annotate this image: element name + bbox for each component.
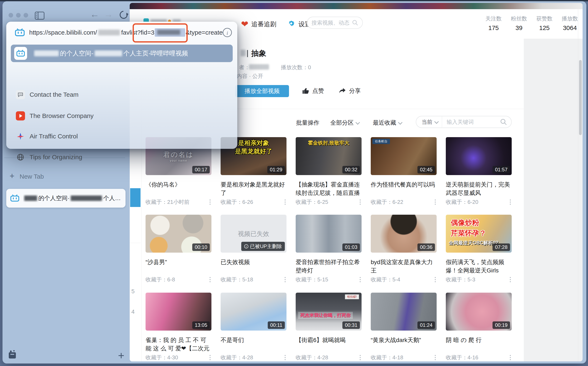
video-title[interactable]: 【街霸6】就喝就喝 xyxy=(296,336,362,344)
more-options-icon[interactable] xyxy=(435,199,437,205)
suggestion-top-hit[interactable]: 的个人空间- 个人主页-哔哩哔哩视频 xyxy=(11,45,233,62)
video-thumbnail[interactable]: 00:10 xyxy=(146,215,211,253)
video-thumbnail[interactable]: 偶像炒粉芹菜怀孕？全网最逆天GBC解析0207:28 xyxy=(446,215,512,253)
video-title[interactable]: “黄泉大战dark天鹅” xyxy=(371,336,437,344)
more-options-icon[interactable] xyxy=(360,355,362,360)
video-title[interactable]: 【抽象现场】霍金直播连续肘击汉尼拔，随后直播间被封 xyxy=(296,181,362,198)
more-options-icon[interactable] xyxy=(209,199,211,205)
video-card[interactable]: 13:05雀巢：我 的 员 工 不 可 能 这 么 可 爱❤【二次元爆改收藏于：… xyxy=(146,293,211,353)
video-title[interactable]: 要是相亲对象是黑龙就好了 xyxy=(221,181,286,197)
video-card[interactable]: 哈拉硕!死杰米我让你喝，打死你00:31【街霸6】就喝就喝收藏于：4-28 xyxy=(296,293,362,344)
new-tab-button[interactable]: New Tab xyxy=(20,173,44,180)
minimize-window-button[interactable] xyxy=(16,13,21,17)
video-card[interactable]: 01:57逆天萌新提前关门，完美武器尽显威风收藏于：6-20 xyxy=(446,137,512,197)
video-title[interactable]: 假药满天飞，笑点频频爆！全网最逆天Girls Band Cry解析 xyxy=(446,258,512,275)
bangumi-link[interactable]: 追番追剧 xyxy=(251,20,276,29)
category-dropdown[interactable]: 全部分区 xyxy=(330,119,359,127)
duration-badge: 01:24 xyxy=(418,321,435,329)
play-all-button[interactable]: 播放全部视频 xyxy=(235,85,289,97)
suggestion-browser-company[interactable]: The Browser Company xyxy=(16,110,94,122)
more-options-icon[interactable] xyxy=(510,199,512,205)
video-card[interactable]: 00:10“沙县男”收藏于：6-8 xyxy=(146,215,211,266)
video-card[interactable]: 01:03爱音拍素世拍祥子拍立希壁咚灯收藏于：5-15 xyxy=(296,215,362,275)
more-options-icon[interactable] xyxy=(209,355,211,360)
video-card[interactable]: 任务柜台02:45作为怪猎代餐真的可以吗收藏于：6-22 xyxy=(371,137,437,189)
saved-row: 收藏于：5-18 xyxy=(221,276,286,283)
video-card[interactable]: 00:36byd我这室友是真像大力王收藏于：5-4 xyxy=(371,215,437,275)
video-title[interactable]: 已失效视频 xyxy=(221,258,286,266)
video-card[interactable]: 00:11不是哥们收藏于：4-28 xyxy=(221,293,286,344)
scrollbar-track[interactable] xyxy=(578,9,578,361)
scrollbar-thumb[interactable] xyxy=(579,60,582,135)
saved-row: 收藏于：21小时前 xyxy=(146,198,211,206)
omnibox-url-row[interactable]: https://space.bilibili.com/ favlist?fid=… xyxy=(6,22,237,43)
video-thumbnail[interactable]: 01:24 xyxy=(371,293,437,331)
video-thumbnail[interactable]: 霍金铁肘,致敬牢大00:32 xyxy=(296,137,362,175)
search-icon[interactable] xyxy=(500,118,507,125)
video-card[interactable]: 01:24“黄泉大战dark天鹅”收藏于：4-18 xyxy=(371,293,437,344)
omnibox-dropdown: https://space.bilibili.com/ favlist?fid=… xyxy=(6,22,237,149)
video-title[interactable]: 阴 暗 の 爬 行 xyxy=(446,336,512,344)
active-tab[interactable]: 的个人空间· 个人… xyxy=(6,189,125,208)
scope-dropdown[interactable]: 当前 xyxy=(422,118,433,126)
more-options-icon[interactable] xyxy=(435,355,437,360)
library-icon[interactable] xyxy=(9,352,16,358)
video-thumbnail[interactable]: 视频已失效!已被UP主删除 xyxy=(221,215,286,253)
video-thumbnail[interactable]: 00:11 xyxy=(221,293,286,331)
video-thumbnail[interactable]: 13:05 xyxy=(146,293,211,331)
more-options-icon[interactable] xyxy=(510,355,512,360)
bilibili-favicon xyxy=(15,28,25,37)
video-title[interactable]: 逆天萌新提前关门，完美武器尽显威风 xyxy=(446,181,512,197)
plus-icon: + xyxy=(10,171,14,181)
video-thumbnail[interactable]: 01:03 xyxy=(296,215,362,253)
more-options-icon[interactable] xyxy=(360,199,362,205)
video-title[interactable]: “沙县男” xyxy=(146,258,211,266)
thumbnail-caption: 任务柜台 xyxy=(372,139,390,144)
share-button[interactable]: 分享 xyxy=(339,86,361,95)
more-options-icon[interactable] xyxy=(285,199,286,205)
video-thumbnail[interactable]: 哈拉硕!死杰米我让你喝，打死你00:31 xyxy=(296,293,362,331)
sort-dropdown[interactable]: 最近收藏 xyxy=(373,119,402,127)
video-title[interactable]: 作为怪猎代餐真的可以吗 xyxy=(371,181,437,189)
forward-button[interactable]: → xyxy=(104,10,113,19)
more-options-icon[interactable] xyxy=(510,277,512,282)
new-space-button[interactable]: + xyxy=(118,349,124,362)
video-title[interactable]: 爱音拍素世拍祥子拍立希壁咚灯 xyxy=(296,258,362,275)
suggestion-contact-team[interactable]: Contact the Team xyxy=(16,89,79,100)
duration-badge: 00:11 xyxy=(268,321,285,329)
more-options-icon[interactable] xyxy=(435,277,437,282)
annotation-highlight-box xyxy=(133,23,188,43)
close-window-button[interactable] xyxy=(8,13,13,17)
sidebar-toggle-icon[interactable] xyxy=(35,12,44,20)
video-thumbnail[interactable]: 01:57 xyxy=(446,137,512,175)
bili-left-nav-selected[interactable] xyxy=(130,188,140,207)
zoom-window-button[interactable] xyxy=(23,13,28,17)
back-button[interactable]: ← xyxy=(90,10,99,19)
more-options-icon[interactable] xyxy=(209,277,211,282)
video-card[interactable]: 00:19阴 暗 の 爬 行收藏于：4-16 xyxy=(446,293,512,344)
video-title[interactable]: 不是哥们 xyxy=(221,336,286,344)
video-title[interactable]: byd我这室友是真像大力王 xyxy=(371,258,437,275)
more-options-icon[interactable] xyxy=(285,355,286,360)
suggestion-tips-organizing[interactable]: Tips for Organizing xyxy=(16,151,82,163)
video-thumbnail[interactable]: 00:36 xyxy=(371,215,437,253)
like-button[interactable]: 点赞 xyxy=(302,86,324,95)
search-icon xyxy=(352,20,358,26)
suggestion-air-traffic-control[interactable]: Air Traffic Control xyxy=(16,130,78,142)
video-title[interactable]: 《你的马名》 xyxy=(146,181,211,189)
duration-badge: 00:31 xyxy=(342,321,360,329)
video-card[interactable]: 霍金铁肘,致敬牢大00:32【抽象现场】霍金直播连续肘击汉尼拔，随后直播间被封收… xyxy=(296,137,362,198)
more-options-icon[interactable] xyxy=(285,277,286,282)
video-title[interactable]: 雀巢：我 的 员 工 不 可 能 这 么 可 爱❤【二次元爆改 xyxy=(146,336,211,353)
header-search[interactable]: 搜索视频、动态 xyxy=(307,17,363,29)
video-thumbnail[interactable]: 任务柜台02:45 xyxy=(371,137,437,175)
saved-label: 收藏于： xyxy=(296,354,317,361)
batch-action-button[interactable]: 批量操作 xyxy=(296,119,319,127)
info-icon[interactable]: i xyxy=(223,28,232,37)
keyword-search[interactable]: 当前 输入关键词 xyxy=(416,116,512,128)
tab-title: 的个人空间· 个人… xyxy=(23,194,121,202)
video-thumbnail[interactable]: 00:19 xyxy=(446,293,512,331)
more-options-icon[interactable] xyxy=(360,277,362,282)
video-card[interactable]: 视频已失效!已被UP主删除已失效视频收藏于：5-18 xyxy=(221,215,286,266)
video-card[interactable]: 偶像炒粉芹菜怀孕？全网最逆天GBC解析0207:28假药满天飞，笑点频频爆！全网… xyxy=(446,215,512,275)
